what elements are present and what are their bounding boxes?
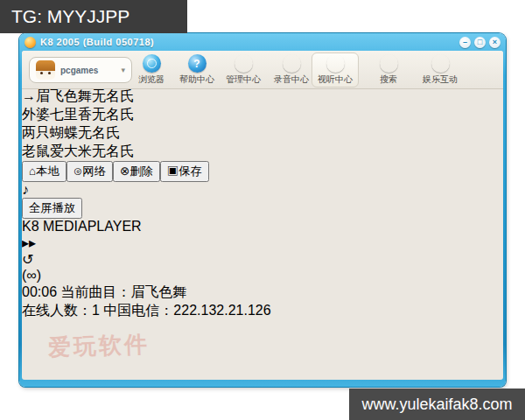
repeat-mode-icon[interactable]: (∞) — [22, 268, 503, 284]
toolbar-item-7[interactable]: 娱乐互动 — [416, 52, 464, 88]
playing-arrow-icon: → — [22, 88, 36, 103]
toolbar-item-6[interactable]: 搜索 — [365, 52, 412, 88]
toolbar-item-label: 帮助中心 — [179, 74, 214, 86]
save-icon: ▣ — [167, 164, 178, 178]
seek-end-button[interactable]: ▸▸ — [22, 234, 503, 251]
playlist-panel: →眉飞色舞无名氏外婆七里香无名氏两只蝴蝶无名氏老鼠爱大米无名氏 — [22, 88, 503, 161]
track-artist: 无名氏 — [92, 107, 134, 122]
track-title: 眉飞色舞 — [36, 88, 92, 103]
top-left-tag-overlay: TG: MYYJJPP — [0, 0, 187, 33]
speaker-mute-icon[interactable]: ♪ — [22, 182, 503, 198]
title-bar[interactable]: K8 2005 (Build 050718) –□× — [19, 33, 506, 51]
toolbar-item-5[interactable]: 视听中心 — [312, 52, 359, 88]
screenshot-root: TG: MYYJJPP www.yulekaifak8.com 爱玩软件 K8 … — [0, 0, 525, 420]
toolbar-item-label: 浏览器 — [138, 74, 164, 86]
browser-icon — [143, 54, 161, 73]
maximize-button[interactable]: □ — [474, 37, 486, 48]
user-account-dropdown[interactable]: pcgames ▾ — [29, 57, 132, 83]
panel-button-label: 本地 — [36, 164, 60, 178]
toolbar-item-label: 娱乐互动 — [423, 74, 458, 86]
track-title: 外婆七里香 — [22, 107, 92, 122]
track-artist: 无名氏 — [78, 125, 120, 140]
toolbar-item-label: 录音中心 — [274, 74, 309, 86]
status-bar: 在线人数：1 中国电信：222.132.21.126 — [22, 302, 503, 320]
panel-button-save[interactable]: ▣保存 — [160, 161, 209, 182]
player-brand-text: K8 MEDIAPLAYER — [22, 219, 503, 234]
now-playing-label: 当前曲目：眉飞色舞 — [61, 284, 187, 299]
panel-button-delete[interactable]: ⊗删除 — [113, 161, 160, 182]
panel-button-label: 保存 — [178, 164, 202, 178]
manage-icon — [234, 54, 253, 73]
bottom-right-url-overlay: www.yulekaifak8.com — [349, 388, 525, 420]
playlist-row[interactable]: 外婆七里香无名氏 — [22, 106, 503, 124]
help-icon — [188, 54, 206, 73]
playlist-row[interactable]: 老鼠爱大米无名氏 — [22, 143, 503, 161]
search-icon — [380, 54, 398, 73]
playlist-row[interactable]: →眉飞色舞无名氏 — [22, 88, 503, 106]
panel-button-network[interactable]: ⊙网络 — [66, 161, 113, 182]
toolbar-item-label: 视听中心 — [318, 74, 353, 86]
track-artist: 无名氏 — [92, 88, 134, 103]
network-icon: ⊙ — [74, 164, 83, 178]
main-toolbar: pcgames ▾ 浏览器帮助中心管理中心录音中心视听中心搜索娱乐互动 — [22, 51, 503, 89]
user-avatar — [36, 60, 55, 80]
toolbar-item-3[interactable]: 管理中心 — [220, 52, 267, 88]
toolbar-item-1[interactable]: 浏览器 — [128, 52, 175, 88]
panel-button-local[interactable]: ⌂本地 — [22, 161, 66, 182]
toolbar-item-4[interactable]: 录音中心 — [268, 52, 315, 88]
delete-icon: ⊗ — [120, 164, 130, 178]
star-icon — [431, 54, 450, 73]
elapsed-time: 00:06 — [22, 284, 57, 299]
panel-buttons: ⌂本地⊙网络⊗删除▣保存 — [22, 161, 503, 182]
toolbar-item-label: 搜索 — [380, 74, 397, 86]
panel-button-label: 网络 — [82, 164, 106, 178]
panel-button-label: 删除 — [130, 164, 153, 178]
track-title: 老鼠爱大米 — [22, 144, 92, 158]
online-count: 在线人数：1 — [22, 303, 100, 318]
telecom-ip: 中国电信：222.132.21.126 — [103, 303, 270, 318]
local-icon: ⌂ — [29, 164, 36, 178]
fullscreen-button[interactable]: 全屏播放 — [22, 198, 82, 219]
record-icon — [283, 54, 301, 73]
window-title: K8 2005 (Build 050718) — [40, 37, 154, 47]
toolbar-item-label: 管理中心 — [226, 74, 261, 86]
playlist-row[interactable]: 两只蝴蝶无名氏 — [22, 124, 503, 143]
toolbar-item-2[interactable]: 帮助中心 — [173, 52, 220, 88]
minimize-button[interactable]: – — [459, 37, 471, 48]
window-controls: –□× — [459, 37, 500, 48]
loop-icon[interactable]: ↺ — [22, 251, 503, 268]
playlist-rows: →眉飞色舞无名氏外婆七里香无名氏两只蝴蝶无名氏老鼠爱大米无名氏 — [22, 88, 503, 161]
av-icon — [326, 54, 345, 73]
track-artist: 无名氏 — [92, 144, 134, 158]
window-content: pcgames ▾ 浏览器帮助中心管理中心录音中心视听中心搜索娱乐互动 我的播放… — [22, 51, 503, 380]
user-name: pcgames — [60, 66, 98, 75]
chevron-down-icon: ▾ — [121, 66, 125, 74]
app-window: K8 2005 (Build 050718) –□× pcgames ▾ 浏览器… — [19, 33, 506, 387]
app-smiley-icon — [24, 37, 36, 48]
track-title: 两只蝴蝶 — [22, 125, 78, 140]
now-playing-pill: 00:06 当前曲目：眉飞色舞 — [22, 284, 503, 302]
seek-bar[interactable]: ▸▸ — [22, 234, 503, 251]
close-button[interactable]: × — [489, 37, 500, 48]
